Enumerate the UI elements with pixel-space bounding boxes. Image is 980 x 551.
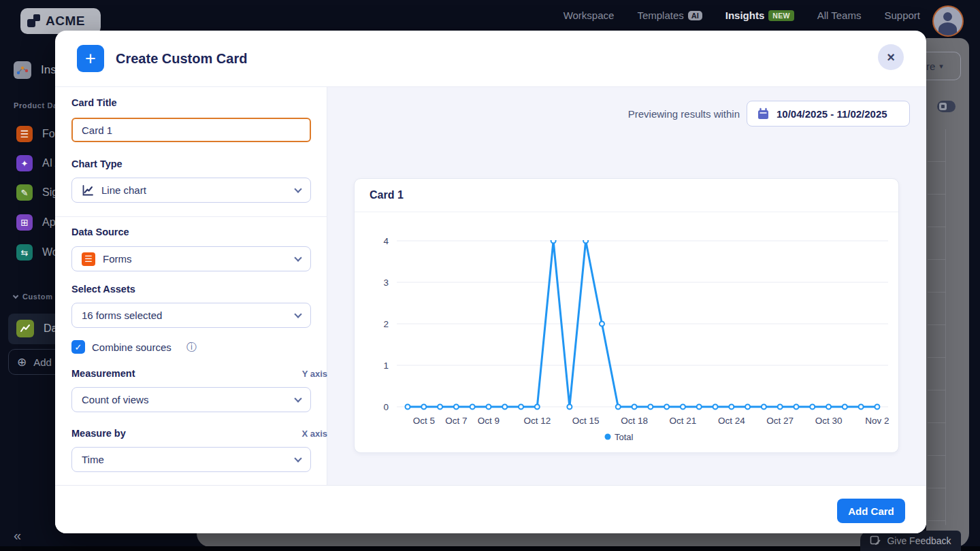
calendar-icon	[757, 107, 770, 120]
close-icon: ×	[887, 50, 895, 65]
svg-text:Total: Total	[615, 432, 634, 442]
select-assets-label: Select Assets	[71, 284, 135, 295]
bottom-bar	[0, 546, 980, 551]
section-divider	[55, 216, 327, 217]
share-button[interactable]: re ▾	[926, 52, 961, 80]
card-title-input[interactable]	[71, 118, 311, 142]
nav-item-insights[interactable]: Insights NEW	[725, 10, 794, 21]
date-range-button[interactable]: 10/04/2025 - 11/02/2025	[747, 101, 910, 127]
measurement-select[interactable]: Count of views	[71, 387, 311, 412]
svg-text:Oct 21: Oct 21	[670, 416, 697, 426]
combine-sources-label: Combine sources	[92, 341, 172, 353]
svg-text:Oct 15: Oct 15	[572, 416, 600, 426]
sidebar-item-insights[interactable]: Insi	[14, 61, 59, 79]
caret-down-icon: ▾	[939, 62, 943, 71]
measure-by-label: Measure by	[71, 428, 126, 439]
chart-type-select[interactable]: Line chart	[71, 178, 311, 203]
add-circle-icon: ⊕	[17, 355, 27, 369]
svg-text:Oct 5: Oct 5	[413, 416, 435, 426]
svg-text:Oct 24: Oct 24	[718, 416, 745, 426]
nav-item-support[interactable]: Support	[884, 10, 920, 21]
close-button[interactable]: ×	[878, 44, 904, 70]
card-title-label: Card Title	[71, 97, 117, 108]
combine-sources-checkbox[interactable]: ✓	[71, 340, 85, 354]
check-icon: ✓	[75, 342, 82, 352]
dimmed-content-bottom	[197, 533, 969, 547]
chevron-down-icon	[13, 293, 18, 299]
avatar-person-icon	[943, 12, 952, 21]
chart-type-label: Chart Type	[71, 158, 122, 169]
create-custom-card-modal: + Create Custom Card × Card Title Chart …	[55, 31, 926, 533]
preview-date-row: Previewing results within 10/04/2025 - 1…	[628, 101, 910, 127]
select-assets-select[interactable]: 16 forms selected	[71, 303, 311, 328]
ai-badge: AI	[688, 11, 702, 20]
app-root: ACME Workspace Templates AI Insights NEW…	[0, 0, 980, 551]
new-badge: NEW	[768, 10, 794, 21]
preview-card-header: Card 1	[355, 179, 898, 212]
svg-text:0: 0	[383, 402, 389, 412]
nav-item-templates[interactable]: Templates AI	[637, 10, 702, 21]
svg-text:Oct 27: Oct 27	[766, 416, 794, 426]
preview-card: Card 1 01234Oct 5Oct 7Oct 9Oct 12Oct 15O…	[354, 178, 899, 453]
modal-title: Create Custom Card	[116, 51, 247, 67]
preview-card-title: Card 1	[370, 189, 404, 201]
signatures-icon: ✎	[16, 184, 33, 201]
line-chart-icon	[82, 184, 94, 197]
dimmed-table-column	[927, 129, 946, 525]
chevron-down-icon	[294, 185, 301, 193]
background-toggle[interactable]	[937, 101, 956, 112]
measure-by-select[interactable]: Time	[71, 447, 311, 472]
dashboards-icon	[16, 320, 34, 337]
forms-icon: ☰	[16, 126, 33, 142]
svg-text:Nov 2: Nov 2	[865, 416, 889, 426]
svg-text:Oct 30: Oct 30	[815, 416, 843, 426]
info-icon[interactable]: ⓘ	[186, 341, 197, 354]
top-nav: Workspace Templates AI Insights NEW All …	[564, 0, 920, 31]
chevron-down-icon	[294, 310, 301, 318]
nav-item-all-teams[interactable]: All Teams	[817, 10, 862, 21]
measurement-label: Measurement	[71, 368, 135, 379]
svg-text:Oct 9: Oct 9	[478, 416, 500, 426]
forms-icon: ☰	[82, 252, 95, 266]
svg-text:Oct 18: Oct 18	[621, 416, 648, 426]
svg-text:2: 2	[383, 319, 389, 329]
preview-prefix-text: Previewing results within	[628, 108, 740, 120]
ai-agents-icon: ✦	[16, 155, 33, 171]
chevron-down-icon	[294, 254, 301, 261]
y-axis-tag: Y axis	[302, 369, 327, 379]
modal-footer: Add Card	[55, 485, 926, 533]
svg-text:3: 3	[383, 278, 389, 288]
feedback-pencil-icon	[870, 535, 881, 547]
data-source-label: Data Source	[71, 227, 129, 237]
sidebar-collapse-button[interactable]: «	[14, 528, 21, 544]
svg-text:4: 4	[383, 236, 389, 246]
date-range-text: 10/04/2025 - 11/02/2025	[777, 108, 887, 120]
user-avatar[interactable]	[932, 5, 964, 37]
acme-logo-text: ACME	[46, 14, 85, 29]
chevron-down-icon	[294, 395, 301, 402]
acme-logo-icon	[27, 14, 42, 28]
svg-text:Oct 7: Oct 7	[445, 416, 467, 426]
add-card-button[interactable]: Add Card	[837, 499, 905, 523]
nav-item-workspace[interactable]: Workspace	[564, 10, 615, 21]
svg-text:1: 1	[383, 361, 389, 371]
modal-header: + Create Custom Card ×	[55, 31, 926, 87]
workflows-icon: ⇆	[16, 244, 33, 261]
give-feedback-button[interactable]: Give Feedback	[860, 531, 961, 551]
svg-text:Oct 12: Oct 12	[523, 416, 551, 426]
sidebar-section-product-data: Product Da	[14, 101, 58, 110]
insights-icon	[14, 61, 31, 79]
x-axis-tag: X axis	[301, 429, 327, 439]
apps-icon: ⊞	[16, 214, 33, 231]
sidebar-section-custom[interactable]: Custom	[14, 293, 53, 301]
chevron-down-icon	[294, 454, 301, 462]
line-chart: 01234Oct 5Oct 7Oct 9Oct 12Oct 15Oct 18Oc…	[355, 212, 898, 453]
modal-plus-icon: +	[77, 45, 104, 72]
data-source-select[interactable]: ☰ Forms	[71, 246, 311, 271]
